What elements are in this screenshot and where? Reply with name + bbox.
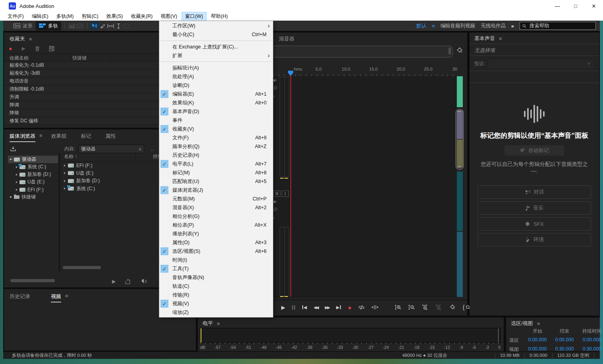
multitrack-view-button[interactable]: 多轨 bbox=[36, 21, 61, 31]
menu-item-video[interactable]: 视频(V) bbox=[159, 299, 273, 308]
menu-item-media-browser[interactable]: 媒体浏览器(J) bbox=[159, 186, 273, 195]
tree-item-drive[interactable]: 新加卷 (D:) bbox=[8, 171, 58, 178]
close-button[interactable]: ✕ bbox=[585, 0, 603, 12]
tree-item-drive[interactable]: 系统 (C:) bbox=[8, 163, 58, 171]
reset-zoom-button[interactable] bbox=[449, 304, 456, 310]
menu-item-time[interactable]: 时间(I) bbox=[159, 256, 273, 264]
menu-effects[interactable]: 效果(S) bbox=[103, 12, 127, 21]
menu-multitrack[interactable]: 多轨(M) bbox=[53, 12, 77, 21]
menu-item-find-extensions[interactable]: 在 Exchange 上查找扩展(C)... bbox=[159, 42, 273, 51]
tab-properties[interactable]: 属性 bbox=[106, 133, 116, 140]
menu-item-diagnostics[interactable]: 诊断(D) bbox=[159, 81, 273, 90]
menu-item-files[interactable]: 文件(F)Alt+9 bbox=[159, 133, 273, 142]
menu-item-history[interactable]: 历史记录(H) bbox=[159, 151, 273, 160]
navigator-grip-icon[interactable] bbox=[449, 48, 451, 54]
list-column-name[interactable]: 名称 ↑ bbox=[64, 153, 77, 160]
pause-button[interactable] bbox=[292, 305, 295, 310]
menu-item-essential-sound[interactable]: 基本声音(D) bbox=[159, 107, 273, 116]
panel-menu-icon[interactable]: ≡ bbox=[65, 293, 68, 299]
auto-tag-button[interactable]: 自动标记 bbox=[504, 145, 564, 156]
help-search-box[interactable] bbox=[520, 22, 596, 30]
zoom-in-amplitude-button[interactable] bbox=[395, 304, 402, 310]
track-input-monitor-button[interactable]: I bbox=[282, 191, 289, 197]
menu-item-properties[interactable]: 属性(O)Alt+3 bbox=[159, 238, 273, 247]
panel-menu-icon[interactable]: ≡ bbox=[29, 36, 32, 42]
tab-history[interactable]: 历史记录 bbox=[10, 293, 30, 300]
spectral-pitch-icon[interactable] bbox=[76, 22, 84, 29]
skip-to-end-button[interactable]: ▶ bbox=[336, 305, 341, 310]
menu-clip[interactable]: 剪辑(C) bbox=[78, 12, 102, 21]
menu-item-mixer[interactable]: 混音器(X)Alt+2 bbox=[159, 203, 273, 212]
workspace-radio-production[interactable]: 无线电作品 bbox=[481, 23, 506, 29]
track-expand-icon[interactable]: › bbox=[273, 215, 291, 220]
menu-item-tools[interactable]: 工具(T) bbox=[159, 264, 273, 273]
content-select[interactable]: 驱动器 ∨ bbox=[78, 144, 144, 153]
auto-play-icon[interactable] bbox=[125, 279, 131, 284]
menu-item-frequency-analysis[interactable]: 频率分析(Q)Alt+Z bbox=[159, 142, 273, 151]
zoom-out-amplitude-button[interactable] bbox=[408, 304, 415, 310]
menu-item-favorites[interactable]: 收藏夹(V) bbox=[159, 125, 273, 133]
play-button[interactable]: ▶ bbox=[281, 304, 285, 310]
horizontal-scrollbar[interactable] bbox=[10, 279, 55, 282]
tab-media-browser[interactable]: 媒体浏览器 bbox=[10, 133, 35, 142]
slip-tool-icon[interactable] bbox=[106, 22, 114, 29]
panel-menu-icon[interactable]: ≡ bbox=[39, 133, 43, 139]
skip-selection-button[interactable] bbox=[371, 305, 379, 310]
panel-menu-icon[interactable]: ≡ bbox=[499, 36, 502, 42]
selection-end-value[interactable]: 0:00.000 bbox=[551, 337, 578, 344]
menu-item-match-loudness[interactable]: 匹配响度(U)Alt+5 bbox=[159, 177, 273, 186]
menu-item-playlist[interactable]: 播放列表(Y) bbox=[159, 229, 273, 238]
fast-forward-button[interactable]: ▶▶ bbox=[325, 305, 329, 310]
menu-item-extensions[interactable]: 扩展 bbox=[159, 51, 273, 60]
chevron-right-icon[interactable] bbox=[16, 181, 17, 183]
selection-duration-value[interactable]: 0:00.000 bbox=[578, 337, 603, 344]
music-type-button[interactable]: 音乐 bbox=[477, 201, 591, 215]
zoom-out-time-button[interactable] bbox=[435, 304, 442, 310]
spectral-frequency-icon[interactable] bbox=[68, 22, 76, 29]
chevron-right-icon[interactable] bbox=[64, 180, 66, 182]
loop-playback-button[interactable] bbox=[358, 305, 365, 310]
chevron-right-icon[interactable] bbox=[64, 172, 66, 174]
menu-item-metadata[interactable]: 元数据(M)Ctrl+P bbox=[159, 195, 273, 203]
maximize-button[interactable]: □ bbox=[566, 0, 585, 12]
waveform-view-button[interactable]: 波形 bbox=[10, 21, 36, 31]
chevron-right-icon[interactable] bbox=[16, 173, 17, 176]
dialogue-type-button[interactable]: 对话 bbox=[477, 185, 591, 199]
menu-item-editor[interactable]: 编辑器(E)Alt+1 bbox=[159, 90, 273, 98]
edit-favorites-icon[interactable] bbox=[49, 46, 55, 51]
menu-edit[interactable]: 编辑(E) bbox=[28, 12, 52, 21]
panel-menu-icon[interactable]: ≡ bbox=[217, 321, 220, 327]
back-icon[interactable]: ← bbox=[150, 146, 156, 152]
track-record-button[interactable]: R bbox=[273, 191, 280, 197]
menu-favorites[interactable]: 收藏夹(R) bbox=[127, 12, 156, 21]
import-icon[interactable] bbox=[10, 146, 17, 152]
record-favorite-icon[interactable]: ● bbox=[9, 46, 12, 50]
chevron-right-icon[interactable] bbox=[64, 164, 66, 167]
tree-item-shortcuts[interactable]: 快捷键 bbox=[8, 193, 58, 201]
timeline-ruler[interactable]: hms 5.0 10.0 15.0 20.0 25.0 30 bbox=[273, 66, 457, 77]
navigate-zoom-icon[interactable] bbox=[456, 47, 464, 55]
panel-menu-icon[interactable]: ≡ bbox=[537, 321, 540, 327]
tree-item-drives[interactable]: 驱动器 bbox=[8, 156, 58, 163]
chevron-down-icon[interactable] bbox=[10, 159, 12, 160]
workspace-overflow-icon[interactable]: » bbox=[511, 23, 514, 29]
rewind-button[interactable]: ◀◀ bbox=[313, 305, 318, 310]
marquee-selection-tool-icon[interactable] bbox=[122, 22, 130, 29]
tab-video[interactable]: 视频 bbox=[51, 293, 61, 302]
tab-markers[interactable]: 标记 bbox=[81, 133, 91, 140]
track-area[interactable] bbox=[273, 76, 457, 297]
razor-tool-icon[interactable] bbox=[99, 22, 106, 29]
chevron-down-icon[interactable] bbox=[10, 196, 12, 198]
chevron-right-icon[interactable] bbox=[64, 187, 66, 190]
vertical-scrollbar[interactable] bbox=[456, 109, 464, 169]
horizontal-scrollbar[interactable] bbox=[63, 266, 101, 269]
record-button[interactable]: ● bbox=[348, 304, 352, 311]
menu-window[interactable]: 窗口(W) bbox=[182, 12, 207, 21]
menu-item-events[interactable]: 事件 bbox=[159, 116, 273, 125]
chevron-right-icon[interactable] bbox=[16, 166, 17, 168]
menu-file[interactable]: 文件(F) bbox=[4, 12, 27, 21]
menu-item-markers[interactable]: 标记(M)Alt+8 bbox=[159, 168, 273, 177]
menu-item-effects-rack[interactable]: 效果组(K)Alt+0 bbox=[159, 98, 273, 107]
tab-effects-rack[interactable]: 效果组 bbox=[51, 133, 67, 140]
time-selection-tool-icon[interactable] bbox=[114, 22, 122, 29]
